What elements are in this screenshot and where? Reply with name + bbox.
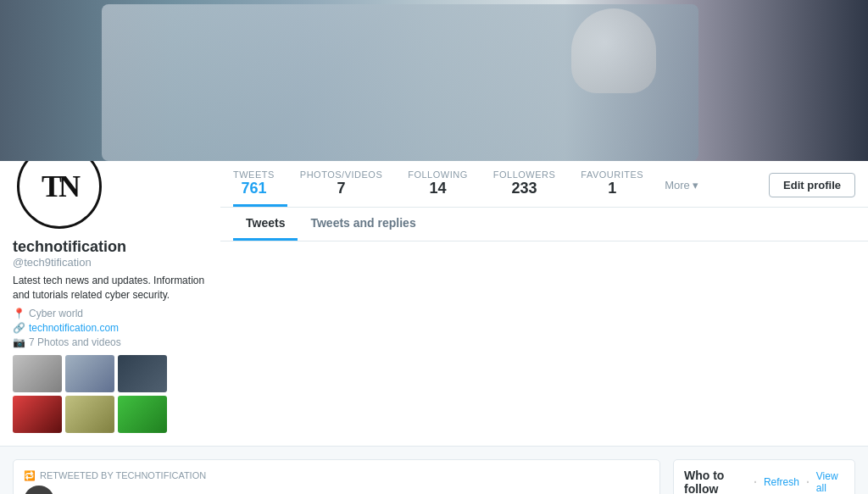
stats-bar: TWEETS 761 PHOTOS/VIDEOS 7 FOLLOWING 14 … [220, 161, 868, 208]
photo-thumb-6[interactable] [118, 396, 167, 433]
stat-favourites-value: 1 [581, 180, 643, 197]
stat-tweets-label: TWEETS [233, 169, 275, 180]
profile-handle: @tech9tification [13, 256, 208, 269]
camera-icon: 📷 [13, 336, 25, 348]
stat-favourites-label: FAVOURITES [581, 169, 643, 180]
profile-right-column: TWEETS 761 PHOTOS/VIDEOS 7 FOLLOWING 14 … [220, 161, 868, 446]
stat-followers[interactable]: FOLLOWERS 233 [481, 169, 569, 207]
who-to-follow-box: Who to follow · Refresh · View all Max B… [673, 459, 855, 494]
photo-thumb-2[interactable] [65, 355, 114, 392]
profile-website[interactable]: 🔗 technotification.com [13, 322, 208, 334]
retweet-icon: 🔁 [24, 470, 36, 481]
edit-profile-button[interactable]: Edit profile [769, 173, 855, 197]
stat-followers-label: FOLLOWERS [493, 169, 556, 180]
content-area: 🔁 RETWEETED BY TECHNOTIFICATION A Anonym… [0, 447, 868, 494]
who-to-follow-title: Who to follow [684, 469, 747, 494]
chevron-down-icon: ▾ [693, 179, 698, 191]
stat-following[interactable]: FOLLOWING 14 [395, 169, 481, 207]
stat-photos[interactable]: PHOTOS/VIDEOS 7 [287, 169, 395, 207]
tweet-header-1: A Anonymous @YourAnonNews · 5h [24, 486, 649, 494]
photo-thumb-5[interactable] [65, 396, 114, 433]
profile-left-column: TN technotification @tech9tification Lat… [0, 161, 220, 446]
banner-decoration-cup [571, 8, 656, 93]
profile-location: 📍 Cyber world [13, 308, 208, 319]
profile-name: technotification [13, 238, 208, 256]
stat-following-label: FOLLOWING [408, 169, 468, 180]
stat-photos-value: 7 [300, 180, 382, 197]
photo-thumb-3[interactable] [118, 355, 167, 392]
tab-tweets[interactable]: Tweets [233, 208, 298, 241]
more-dropdown[interactable]: More ▾ [665, 179, 698, 198]
stat-favourites[interactable]: FAVOURITES 1 [568, 169, 656, 207]
website-link[interactable]: technotification.com [29, 322, 119, 334]
photo-thumb-4[interactable] [13, 396, 62, 433]
stat-followers-value: 233 [493, 180, 556, 197]
photos-row [13, 355, 208, 433]
profile-photos-meta: 📷 7 Photos and videos [13, 336, 208, 348]
view-all-link[interactable]: View all [816, 470, 844, 494]
sidebar: Who to follow · Refresh · View all Max B… [673, 459, 855, 494]
photo-thumb-1[interactable] [13, 355, 62, 392]
location-icon: 📍 [13, 308, 25, 319]
stat-following-value: 14 [408, 180, 468, 197]
tweet-card-1: 🔁 RETWEETED BY TECHNOTIFICATION A Anonym… [13, 459, 660, 494]
refresh-link[interactable]: Refresh [764, 476, 799, 488]
link-icon: 🔗 [13, 322, 25, 334]
stat-tweets-value: 761 [233, 180, 275, 197]
stat-tweets[interactable]: TWEETS 761 [233, 169, 287, 207]
profile-section: TN technotification @tech9tification Lat… [0, 161, 868, 447]
profile-banner [0, 0, 868, 161]
tab-tweets-replies[interactable]: Tweets and replies [298, 208, 428, 241]
who-to-follow-header: Who to follow · Refresh · View all [674, 460, 854, 494]
stat-photos-label: PHOTOS/VIDEOS [300, 169, 382, 180]
nav-tabs: Tweets Tweets and replies [220, 208, 868, 241]
retweet-label: 🔁 RETWEETED BY TECHNOTIFICATION [24, 470, 649, 481]
profile-bio: Latest tech news and updates. Informatio… [13, 274, 208, 303]
tweets-column: 🔁 RETWEETED BY TECHNOTIFICATION A Anonym… [13, 459, 660, 494]
tweet-avatar-anon: A [24, 486, 54, 494]
